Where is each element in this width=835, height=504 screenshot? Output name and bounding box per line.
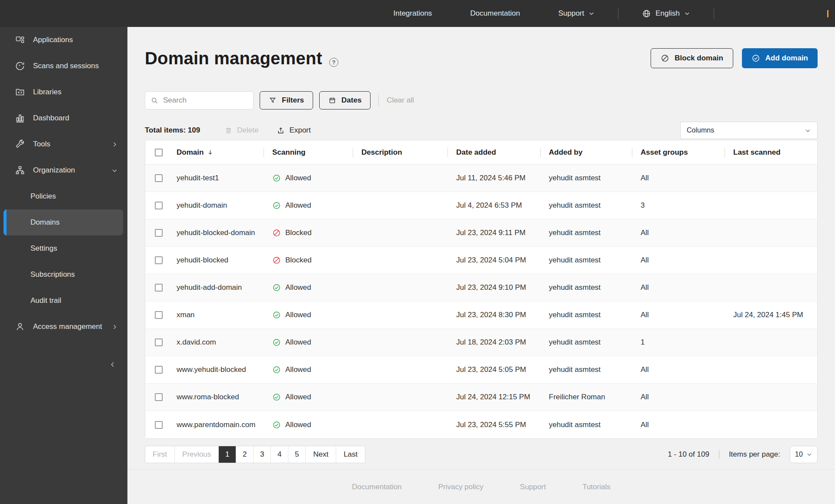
select-all-checkbox[interactable] [155, 149, 163, 156]
pagination-page-2[interactable]: 2 [236, 446, 254, 463]
filter-funnel-icon [269, 96, 277, 104]
added-by-cell: yehudit asmtest [540, 256, 632, 265]
sidebar-item-policies[interactable]: Policies [0, 183, 127, 209]
domain-cell: www.parentdomain.com [177, 421, 255, 429]
row-checkbox[interactable] [155, 311, 163, 319]
dates-label: Dates [341, 96, 361, 105]
topbar-link-documentation[interactable]: Documentation [470, 9, 520, 18]
brand-mark [827, 10, 828, 17]
table-header-row: Domain Scanning Description Date added A… [145, 140, 817, 165]
sidebar-item-applications[interactable]: Applications [0, 27, 127, 53]
sidebar-item-label: Tools [33, 140, 50, 149]
sidebar-item-label: Scans and sessions [33, 62, 99, 70]
row-checkbox[interactable] [155, 393, 163, 401]
sidebar-item-organization[interactable]: Organization [0, 157, 127, 183]
blocked-status-icon [272, 256, 281, 265]
apps-icon [15, 35, 25, 45]
check-circle-icon [752, 54, 760, 63]
columns-dropdown[interactable]: Columns [680, 122, 818, 139]
row-checkbox[interactable] [155, 421, 163, 429]
column-header-label: Asset groups [641, 148, 688, 157]
column-header-asset-groups[interactable]: Asset groups [632, 148, 725, 157]
column-header-domain[interactable]: Domain [177, 148, 264, 157]
sidebar-item-audit-trail[interactable]: Audit trail [0, 288, 127, 314]
allowed-status-icon [272, 201, 281, 210]
table-row[interactable]: yehudit-blocked-domain Blocked Jul 23, 2… [145, 219, 817, 247]
table-row[interactable]: yehudit-domain Allowed Jul 4, 2024 6:53 … [145, 192, 817, 219]
row-checkbox[interactable] [155, 174, 163, 182]
footer-link-privacy-policy[interactable]: Privacy policy [438, 483, 484, 491]
delete-button[interactable]: Delete [224, 126, 258, 135]
help-icon[interactable]: ? [329, 58, 338, 67]
footer-link-documentation[interactable]: Documentation [352, 483, 401, 491]
row-checkbox[interactable] [155, 229, 163, 237]
column-header-label: Domain [177, 148, 204, 157]
asset-groups-cell: All [632, 365, 725, 374]
topbar-link-integrations[interactable]: Integrations [394, 9, 432, 18]
allowed-status-icon [272, 421, 281, 429]
table-body: yehudit-test1 Allowed Jul 11, 2024 5:46 … [145, 165, 817, 438]
sidebar-item-dashboard[interactable]: Dashboard [0, 105, 127, 131]
pagination-page-3[interactable]: 3 [254, 446, 271, 463]
row-checkbox[interactable] [155, 202, 163, 209]
block-domain-button[interactable]: Block domain [651, 48, 733, 68]
added-by-cell: yehudit asmtest [540, 283, 632, 292]
sidebar-item-label: Domains [30, 218, 60, 227]
column-header-last-scanned[interactable]: Last scanned [725, 148, 817, 157]
scans-icon [15, 61, 25, 71]
filter-toolbar: Filters Dates Clear all [145, 91, 818, 109]
row-checkbox[interactable] [155, 338, 163, 346]
sidebar-item-tools[interactable]: Tools [0, 131, 127, 157]
column-header-scanning[interactable]: Scanning [264, 148, 353, 157]
row-checkbox[interactable] [155, 256, 163, 264]
add-domain-label: Add domain [765, 54, 808, 63]
pagination-info: 1 - 10 of 109 Items per page: 10 [668, 446, 818, 463]
export-button[interactable]: Export [277, 126, 311, 135]
sidebar-item-libraries[interactable]: Libraries [0, 79, 127, 105]
dates-button[interactable]: Dates [319, 91, 371, 109]
pagination-bar: First Previous 1 2 3 4 5 Next Last 1 - 1… [145, 446, 818, 463]
table-row[interactable]: yehudit-add-domain Allowed Jul 23, 2024 … [145, 274, 817, 302]
sidebar-item-label: Settings [30, 244, 57, 253]
table-row[interactable]: yehudit-test1 Allowed Jul 11, 2024 5:46 … [145, 165, 817, 192]
pagination-page-5[interactable]: 5 [288, 446, 306, 463]
search-input[interactable] [163, 96, 248, 105]
items-per-page-dropdown[interactable]: 10 [790, 446, 818, 463]
asset-groups-cell: All [632, 311, 725, 319]
sidebar-item-domains[interactable]: Domains [3, 209, 123, 235]
filters-button[interactable]: Filters [260, 91, 313, 109]
column-header-date-added[interactable]: Date added [448, 148, 540, 157]
sidebar-item-access-management[interactable]: Access management [0, 314, 127, 340]
table-row[interactable]: www.roma-blocked Allowed Jul 24, 2024 12… [145, 384, 817, 411]
date-added-cell: Jul 24, 2024 12:15 PM [448, 393, 540, 401]
clear-all-link[interactable]: Clear all [387, 96, 414, 105]
pagination-previous-button[interactable]: Previous [175, 446, 219, 463]
domain-cell: yehudit-blocked-domain [177, 229, 255, 237]
row-checkbox[interactable] [155, 366, 163, 374]
pagination-first-button[interactable]: First [145, 446, 175, 463]
sidebar-item-scans-and-sessions[interactable]: Scans and sessions [0, 53, 127, 79]
table-row[interactable]: x.david.com Allowed Jul 18, 2024 2:03 PM… [145, 329, 817, 356]
sidebar-collapse-button[interactable] [106, 358, 119, 371]
table-row[interactable]: yehudit-blocked Blocked Jul 23, 2024 5:0… [145, 247, 817, 274]
footer-link-support[interactable]: Support [520, 483, 546, 491]
column-header-added-by[interactable]: Added by [540, 148, 632, 157]
asset-groups-cell: All [632, 256, 725, 265]
row-checkbox[interactable] [155, 284, 163, 292]
pagination-next-button[interactable]: Next [306, 446, 336, 463]
table-row[interactable]: xman Allowed Jul 23, 2024 8:30 PM yehudi… [145, 302, 817, 329]
pagination-page-1[interactable]: 1 [219, 446, 236, 463]
table-row[interactable]: www.parentdomain.com Allowed Jul 23, 202… [145, 411, 817, 438]
add-domain-button[interactable]: Add domain [742, 48, 818, 68]
domain-cell: x.david.com [177, 338, 216, 347]
pagination-last-button[interactable]: Last [336, 446, 365, 463]
pagination-page-4[interactable]: 4 [271, 446, 288, 463]
table-row[interactable]: www.yehudit-blocked Allowed Jul 23, 2024… [145, 356, 817, 384]
topbar-link-support[interactable]: Support [558, 9, 595, 18]
language-selector[interactable]: English [642, 9, 690, 18]
footer-link-tutorials[interactable]: Tutorials [582, 483, 611, 491]
sidebar-item-subscriptions[interactable]: Subscriptions [0, 262, 127, 288]
sidebar-item-settings[interactable]: Settings [0, 235, 127, 262]
column-header-description[interactable]: Description [353, 148, 448, 157]
added-by-cell: Freilicher Roman [540, 393, 632, 401]
